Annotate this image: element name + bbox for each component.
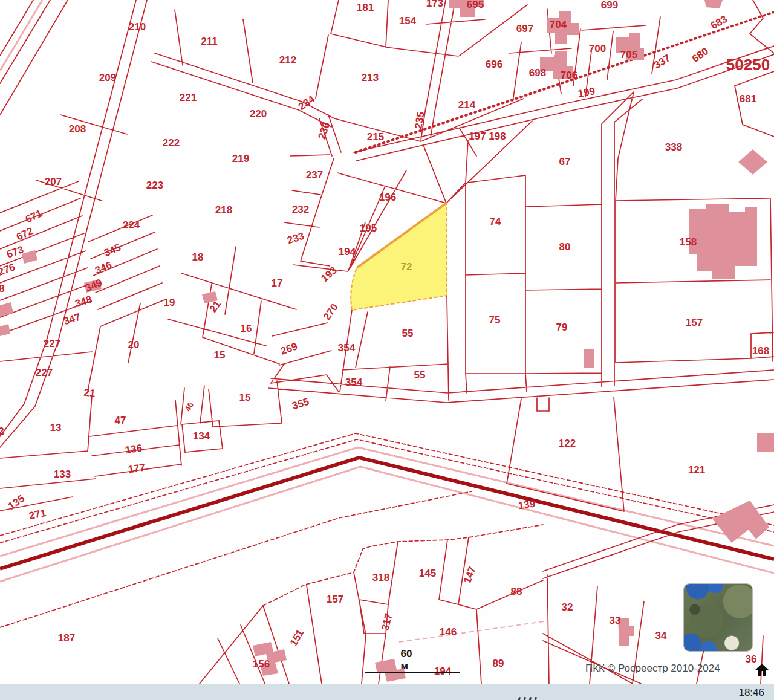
parcel-label-673[interactable]: 673 bbox=[5, 244, 25, 260]
parcel-label-234[interactable]: 234 bbox=[297, 94, 317, 112]
parcel-label-134[interactable]: 134 bbox=[193, 431, 210, 441]
parcel-label-235[interactable]: 235 bbox=[413, 111, 426, 130]
parcel-label-354[interactable]: 354 bbox=[338, 343, 355, 353]
parcel-label-354[interactable]: 354 bbox=[345, 377, 362, 387]
home-button[interactable] bbox=[755, 664, 769, 676]
parcel-label-671[interactable]: 671 bbox=[24, 208, 44, 224]
parcel-label-706[interactable]: 706 bbox=[561, 70, 577, 80]
parcel-label-34[interactable]: 34 bbox=[655, 630, 667, 641]
parcel-label-16[interactable]: 16 bbox=[241, 323, 252, 334]
parcel-label-121[interactable]: 121 bbox=[688, 465, 705, 475]
parcel-label-227[interactable]: 227 bbox=[44, 339, 60, 349]
parcel-label-88[interactable]: 88 bbox=[511, 586, 522, 597]
parcel-label-50250[interactable]: 50250 bbox=[726, 57, 770, 73]
parcel-label-15[interactable]: 15 bbox=[239, 392, 251, 403]
parcel-label-196[interactable]: 196 bbox=[379, 192, 396, 203]
parcel-label-223[interactable]: 223 bbox=[146, 180, 163, 190]
parcel-label-20[interactable]: 20 bbox=[128, 340, 140, 350]
parcel-label-157[interactable]: 157 bbox=[686, 317, 703, 328]
parcel-label-46[interactable]: 46 bbox=[184, 401, 195, 413]
parcel-label-338[interactable]: 338 bbox=[665, 142, 682, 152]
parcel-label-236[interactable]: 236 bbox=[317, 121, 332, 140]
parcel-label-158[interactable]: 158 bbox=[680, 237, 697, 247]
parcel-label-194[interactable]: 194 bbox=[339, 247, 356, 257]
parcel-label-705[interactable]: 705 bbox=[620, 50, 637, 60]
parcel-label-213[interactable]: 213 bbox=[362, 73, 379, 83]
parcel-label-224[interactable]: 224 bbox=[123, 220, 140, 230]
parcel-label-269[interactable]: 269 bbox=[279, 341, 299, 357]
parcel-label-139[interactable]: 139 bbox=[518, 499, 536, 511]
parcel-label-168[interactable]: 168 bbox=[752, 346, 769, 356]
parcel-label-337[interactable]: 337 bbox=[652, 53, 672, 71]
parcel-label-136[interactable]: 136 bbox=[125, 443, 143, 456]
parcel-label-697[interactable]: 697 bbox=[516, 24, 533, 34]
parcel-label-681[interactable]: 681 bbox=[740, 94, 756, 104]
parcel-label-220[interactable]: 220 bbox=[250, 109, 267, 119]
cadastral-map[interactable]: 2102112122132092082072242212202222192232… bbox=[0, 0, 774, 700]
parcel-label-237[interactable]: 237 bbox=[306, 170, 323, 180]
parcel-label-197-198[interactable]: 197 198 bbox=[469, 131, 506, 141]
parcel-label-221[interactable]: 221 bbox=[180, 92, 197, 103]
parcel-label-146[interactable]: 146 bbox=[440, 627, 457, 637]
parcel-label-89[interactable]: 89 bbox=[493, 658, 504, 669]
parcel-label-13[interactable]: 13 bbox=[50, 423, 62, 433]
parcel-label-698[interactable]: 698 bbox=[529, 68, 546, 78]
satellite-thumbnail[interactable] bbox=[684, 584, 752, 651]
parcel-label-194[interactable]: 194 bbox=[434, 666, 451, 676]
parcel-label-317[interactable]: 317 bbox=[380, 612, 394, 632]
parcel-label-154[interactable]: 154 bbox=[399, 16, 416, 26]
parcel-label-232[interactable]: 232 bbox=[292, 204, 309, 215]
parcel-label-55[interactable]: 55 bbox=[414, 370, 426, 380]
parcel-label-8[interactable]: 8 bbox=[0, 284, 5, 294]
parcel-label-80[interactable]: 80 bbox=[559, 242, 571, 252]
parcel-label-36[interactable]: 36 bbox=[746, 654, 757, 664]
parcel-label-347[interactable]: 347 bbox=[62, 312, 82, 327]
parcel-label-219[interactable]: 219 bbox=[232, 154, 249, 164]
parcel-label-271[interactable]: 271 bbox=[28, 508, 47, 522]
parcel-label-672[interactable]: 672 bbox=[15, 225, 35, 242]
parcel-label-218[interactable]: 218 bbox=[215, 205, 232, 215]
parcel-label-696[interactable]: 696 bbox=[486, 59, 502, 70]
parcel-label-276[interactable]: 276 bbox=[0, 262, 16, 277]
parcel-label-222[interactable]: 222 bbox=[163, 138, 180, 148]
parcel-label-177[interactable]: 177 bbox=[128, 462, 146, 475]
parcel-label-346[interactable]: 346 bbox=[94, 260, 114, 276]
parcel-label-145[interactable]: 145 bbox=[419, 568, 436, 578]
parcel-label-55[interactable]: 55 bbox=[402, 328, 414, 339]
parcel-label-207[interactable]: 207 bbox=[45, 177, 62, 187]
parcel-label-32[interactable]: 32 bbox=[562, 602, 573, 612]
parcel-label-2[interactable]: 2 bbox=[0, 426, 4, 436]
parcel-label-680[interactable]: 680 bbox=[691, 46, 711, 64]
parcel-label-211[interactable]: 211 bbox=[201, 36, 217, 47]
parcel-label-195[interactable]: 195 bbox=[360, 223, 377, 233]
parcel-label-33[interactable]: 33 bbox=[610, 615, 621, 626]
parcel-label-15[interactable]: 15 bbox=[214, 350, 226, 360]
parcel-label-133[interactable]: 133 bbox=[54, 469, 71, 479]
parcel-label-210[interactable]: 210 bbox=[129, 22, 146, 32]
parcel-label-19[interactable]: 19 bbox=[164, 297, 175, 308]
parcel-label-348[interactable]: 348 bbox=[74, 294, 93, 309]
parcel-label-270[interactable]: 270 bbox=[322, 302, 340, 322]
parcel-label-318[interactable]: 318 bbox=[372, 572, 389, 583]
parcel-label-47[interactable]: 47 bbox=[115, 415, 126, 426]
parcel-label-17[interactable]: 17 bbox=[272, 278, 283, 288]
parcel-label-209[interactable]: 209 bbox=[99, 73, 116, 83]
parcel-label-699[interactable]: 699 bbox=[601, 0, 618, 10]
parcel-label-147[interactable]: 147 bbox=[462, 565, 478, 585]
parcel-label-193[interactable]: 193 bbox=[319, 265, 339, 284]
parcel-label-79[interactable]: 79 bbox=[556, 322, 568, 332]
parcel-label-214[interactable]: 214 bbox=[458, 100, 475, 110]
parcel-label-345[interactable]: 345 bbox=[103, 242, 123, 258]
parcel-label-18[interactable]: 18 bbox=[192, 252, 204, 262]
parcel-label-122[interactable]: 122 bbox=[559, 438, 576, 449]
parcel-label-215[interactable]: 215 bbox=[367, 132, 384, 142]
parcel-label-683[interactable]: 683 bbox=[709, 14, 729, 31]
parcel-label-181[interactable]: 181 bbox=[357, 2, 374, 13]
parcel-label-704[interactable]: 704 bbox=[550, 19, 567, 30]
parcel-label-67[interactable]: 67 bbox=[559, 157, 571, 167]
parcel-label-21[interactable]: 21 bbox=[83, 387, 96, 399]
parcel-label-700[interactable]: 700 bbox=[589, 44, 606, 54]
parcel-label-208[interactable]: 208 bbox=[69, 124, 86, 134]
parcel-label-156[interactable]: 156 bbox=[253, 659, 270, 669]
parcel-label-21[interactable]: 21 bbox=[208, 299, 223, 314]
